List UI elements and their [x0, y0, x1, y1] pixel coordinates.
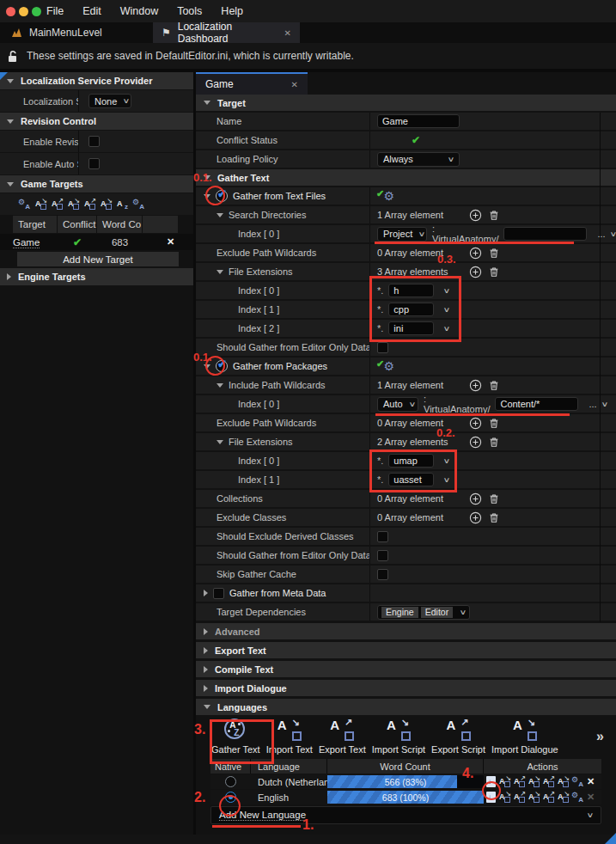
column-word-count[interactable]: Word Co [97, 216, 143, 233]
edit-gather-config-icon[interactable]: ✔⚙ [377, 359, 394, 373]
close-tab-icon[interactable]: ✕ [284, 28, 291, 38]
export-text-icon[interactable]: A↗ [514, 792, 525, 803]
language-row-dutch[interactable]: Dutch (Netherland 566 (83%) ↓ A↘ A↗ A↘ A… [210, 774, 601, 789]
lsp-provider-select[interactable]: None ∨ [88, 94, 131, 108]
menu-edit[interactable]: Edit [82, 5, 101, 17]
count-words-icon[interactable]: ⚙A [572, 776, 583, 787]
add-element-icon[interactable] [468, 208, 482, 222]
editor-only-data-checkbox[interactable] [377, 550, 388, 561]
export-script-all-icon[interactable]: A↗ [84, 199, 95, 210]
export-text-button[interactable]: A↗ Export Text [319, 717, 366, 755]
collapse-triangle-icon[interactable] [217, 270, 223, 274]
import-dialogue-icon[interactable]: A↘ [558, 792, 569, 803]
expand-triangle-icon[interactable] [204, 628, 208, 635]
add-new-target-button[interactable]: Add New Target [17, 252, 179, 266]
window-resize-corner[interactable] [605, 833, 616, 844]
minimize-window-icon[interactable] [19, 7, 28, 16]
delete-target-icon[interactable]: ✕ [167, 236, 174, 247]
editor-only-data-checkbox[interactable] [377, 342, 388, 353]
collapse-triangle-icon[interactable] [7, 79, 14, 83]
collapse-triangle-icon[interactable] [204, 705, 210, 709]
edit-gather-config-icon[interactable]: ✔⚙ [377, 189, 394, 203]
add-element-icon[interactable] [468, 378, 482, 392]
export-script-icon[interactable]: A↗ [543, 776, 554, 787]
expand-triangle-icon[interactable] [204, 647, 208, 654]
path-root-select[interactable]: Auto ∨ [377, 397, 418, 412]
gather-from-meta-data-checkbox[interactable] [213, 588, 224, 599]
exclude-derived-classes-checkbox[interactable] [377, 531, 388, 542]
collapse-triangle-icon[interactable] [217, 383, 223, 388]
menu-help[interactable]: Help [221, 5, 243, 17]
column-actions[interactable]: Actions [484, 759, 601, 774]
section-target[interactable]: Target [196, 95, 616, 111]
browse-path-button[interactable]: ... [597, 229, 605, 239]
clear-array-icon[interactable] [487, 378, 501, 392]
section-compile-text[interactable]: Compile Text [196, 661, 616, 677]
import-dialogue-all-icon[interactable]: A↘ [101, 199, 112, 210]
enable-auto-submit-checkbox[interactable] [88, 158, 100, 169]
section-import-dialogue[interactable]: Import Dialogue [196, 680, 616, 696]
import-script-button[interactable]: A↘ Import Script [372, 717, 425, 755]
maximize-window-icon[interactable] [32, 7, 41, 16]
browse-path-button[interactable]: ... [589, 399, 596, 409]
export-script-icon[interactable]: A↗ [543, 792, 554, 803]
section-advanced[interactable]: Advanced [196, 623, 616, 639]
tab-game-target[interactable]: Game ✕ [196, 72, 308, 95]
section-game-targets[interactable]: Game Targets [0, 175, 193, 193]
add-element-icon[interactable] [468, 511, 482, 524]
section-export-text[interactable]: Export Text [196, 642, 616, 658]
menu-tools[interactable]: Tools [177, 5, 202, 17]
clear-array-icon[interactable] [487, 246, 501, 260]
target-dependencies-select[interactable]: Engine Editor ∨ [377, 605, 470, 620]
count-words-icon[interactable]: ⚙A [572, 792, 583, 803]
expand-triangle-icon[interactable] [204, 666, 208, 673]
game-target-row[interactable]: Game ✔ 683 ✕ [0, 234, 193, 250]
compile-text-all-icon[interactable]: Az [117, 199, 128, 210]
path-root-select[interactable]: Project ∨ [377, 227, 427, 242]
close-window-icon[interactable] [6, 7, 15, 16]
section-revision-control[interactable]: Revision Control [0, 113, 193, 130]
menu-window[interactable]: Window [120, 5, 158, 17]
loading-policy-select[interactable]: Always ∨ [377, 152, 460, 167]
language-row-english[interactable]: English 683 (100%) ↓ A↘ A↗ A↘ A↗ A↘ ⚙A ✕ [210, 790, 601, 804]
tab-localization-dashboard[interactable]: ⚑ Localization Dashboard ✕ [153, 22, 300, 43]
native-radio[interactable] [225, 776, 236, 787]
expand-triangle-icon[interactable] [7, 273, 11, 280]
target-name[interactable]: Game [13, 237, 40, 248]
add-new-language-combo[interactable]: Add New Language ∨ [210, 806, 601, 824]
import-text-all-icon[interactable]: A↘ [35, 199, 46, 210]
expand-triangle-icon[interactable] [204, 685, 208, 692]
count-words-all-icon[interactable]: ⚙A [133, 199, 144, 210]
import-text-icon[interactable]: A↘ [499, 792, 510, 803]
clear-array-icon[interactable] [487, 416, 501, 430]
name-input[interactable] [377, 114, 460, 128]
export-text-all-icon[interactable]: A↗ [52, 199, 63, 210]
section-engine-targets[interactable]: Engine Targets [0, 268, 193, 285]
export-script-button[interactable]: A↗ Export Script [431, 717, 485, 755]
include-wildcard-input[interactable] [495, 397, 578, 411]
clear-array-icon[interactable] [487, 265, 501, 278]
skip-gather-cache-checkbox[interactable] [377, 569, 388, 580]
import-dialogue-icon[interactable]: A↘ [558, 776, 569, 787]
column-word-count[interactable]: Word Count [327, 759, 484, 774]
add-element-icon[interactable] [468, 492, 482, 505]
collapse-triangle-icon[interactable] [204, 101, 210, 105]
column-target[interactable]: Target [13, 216, 58, 233]
menu-file[interactable]: File [46, 5, 64, 17]
chevron-down-icon[interactable]: ∨ [601, 401, 608, 408]
export-text-icon[interactable]: A↗ [514, 776, 525, 787]
toolbar-overflow-button[interactable]: » [596, 729, 604, 744]
collapse-triangle-icon[interactable] [7, 182, 14, 187]
add-element-icon[interactable] [468, 265, 482, 278]
clear-array-icon[interactable] [487, 435, 501, 449]
clear-array-icon[interactable] [487, 511, 501, 524]
import-dialogue-button[interactable]: A↘ Import Dialogue [491, 717, 558, 755]
add-element-icon[interactable] [468, 246, 482, 260]
clear-array-icon[interactable] [487, 492, 501, 505]
chevron-down-icon[interactable]: ∨ [609, 230, 616, 238]
expand-triangle-icon[interactable] [204, 590, 208, 596]
section-gather-text[interactable]: Gather Text [196, 169, 616, 186]
import-script-all-icon[interactable]: A↘ [68, 199, 79, 210]
import-script-icon[interactable]: A↘ [528, 792, 540, 803]
add-element-icon[interactable] [468, 416, 482, 430]
